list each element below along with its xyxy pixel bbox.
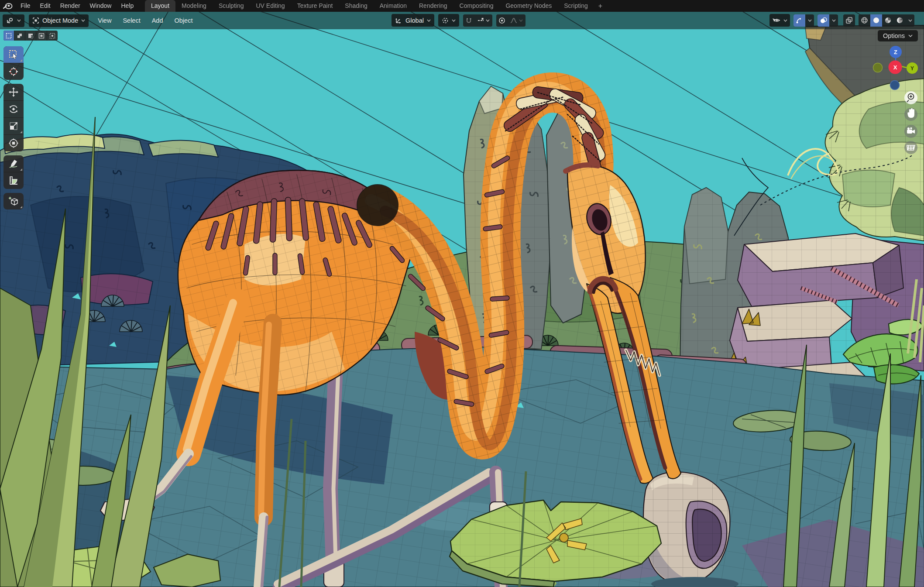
show-overlays-toggle[interactable] — [818, 14, 829, 27]
overlays-dropdown[interactable] — [829, 14, 838, 27]
axis-neg-z-ball[interactable] — [890, 81, 900, 90]
menu-object[interactable]: Object — [169, 12, 199, 29]
gizmo-icon — [796, 17, 803, 24]
tool-cursor[interactable] — [3, 63, 24, 80]
proportional-edit-toggle[interactable] — [496, 14, 508, 27]
shading-rendered-button[interactable] — [894, 14, 906, 27]
editor-type-button[interactable] — [3, 14, 24, 27]
rotate-icon — [8, 104, 19, 114]
xray-toggle[interactable] — [843, 14, 855, 27]
select-mode-intersect[interactable] — [47, 31, 58, 41]
axis-x-ball[interactable]: X — [889, 61, 902, 74]
pivot-point-select[interactable] — [438, 14, 459, 27]
svg-text:X: X — [893, 64, 897, 71]
shading-material-button[interactable] — [882, 14, 894, 27]
mode-label: Object Mode — [42, 17, 78, 24]
menu-help[interactable]: Help — [116, 0, 138, 12]
gizmo-dropdown[interactable] — [805, 14, 814, 27]
rendered-sphere-icon — [896, 17, 903, 24]
topbar: File Edit Render Window Help Layout Mode… — [0, 0, 924, 12]
tab-layout[interactable]: Layout — [145, 0, 175, 12]
options-button[interactable]: Options — [878, 30, 918, 41]
mode-select[interactable]: Object Mode — [29, 14, 89, 27]
menu-window[interactable]: Window — [85, 0, 117, 12]
tab-geometry-nodes[interactable]: Geometry Nodes — [499, 0, 558, 12]
select-mode-subtract[interactable] — [25, 31, 36, 41]
menu-edit[interactable]: Edit — [35, 0, 55, 12]
menu-render[interactable]: Render — [55, 0, 85, 12]
tab-rendering[interactable]: Rendering — [413, 0, 453, 12]
magnet-icon — [465, 17, 472, 24]
tab-uv-editing[interactable]: UV Editing — [250, 0, 291, 12]
proportional-edit-group — [496, 14, 526, 27]
blender-window: File Edit Render Window Help Layout Mode… — [0, 0, 924, 587]
tab-compositing[interactable]: Compositing — [453, 0, 500, 12]
visibility-eye-icon — [772, 17, 780, 24]
chevron-down-icon — [486, 19, 490, 22]
falloff-select[interactable] — [508, 14, 526, 27]
snap-target-select[interactable] — [475, 14, 492, 27]
chevron-down-icon — [908, 19, 912, 22]
orientation-label: Global — [405, 17, 424, 24]
zoom-button[interactable] — [904, 91, 917, 104]
chevron-down-icon — [908, 34, 913, 37]
measure-icon — [8, 175, 19, 186]
tool-move[interactable] — [3, 84, 24, 101]
tab-sculpting[interactable]: Sculpting — [213, 0, 250, 12]
gizmo-group — [793, 14, 814, 27]
camera-view-button[interactable] — [904, 125, 917, 138]
shading-solid-button[interactable] — [870, 14, 882, 27]
snap-target-icon — [477, 17, 484, 24]
axis-gizmo[interactable]: Z Y X — [873, 46, 918, 90]
menu-select[interactable]: Select — [117, 12, 146, 29]
menu-view[interactable]: View — [92, 12, 117, 29]
svg-text:Z: Z — [894, 49, 897, 55]
snap-toggle[interactable] — [463, 14, 475, 27]
viewport-canvas[interactable] — [0, 0, 924, 587]
chevron-down-icon — [783, 19, 787, 22]
select-box-icon — [8, 49, 19, 60]
menu-add[interactable]: Add — [146, 12, 169, 29]
tool-scale[interactable] — [3, 118, 24, 135]
3d-cursor-icon — [8, 66, 19, 77]
select-mode-extend[interactable] — [14, 31, 25, 41]
overlays-icon — [820, 17, 828, 24]
tab-animation[interactable]: Animation — [374, 0, 413, 12]
tool-shelf — [3, 46, 24, 209]
tool-annotate[interactable] — [3, 155, 24, 172]
transform-orientation-select[interactable]: Global — [392, 14, 434, 27]
menu-file[interactable]: File — [16, 0, 35, 12]
shading-dropdown[interactable] — [906, 14, 914, 27]
axis-y-ball[interactable]: Y — [907, 62, 918, 74]
tool-rotate[interactable] — [3, 101, 24, 118]
orientation-axes-icon — [395, 17, 402, 24]
xray-icon — [845, 17, 853, 24]
tab-shading[interactable]: Shading — [339, 0, 373, 12]
tool-add-cube[interactable] — [3, 193, 24, 209]
tab-texture-paint[interactable]: Texture Paint — [291, 0, 339, 12]
tool-measure[interactable] — [3, 172, 24, 189]
viewport-header: Object Mode View Select Add Object Globa… — [0, 12, 924, 29]
chevron-down-icon — [81, 19, 85, 22]
select-mode-set[interactable] — [3, 31, 14, 41]
tool-transform[interactable] — [3, 135, 24, 151]
tool-select-box[interactable] — [3, 46, 24, 63]
overlays-group — [818, 14, 838, 27]
chevron-down-icon — [17, 19, 21, 22]
tab-modeling[interactable]: Modeling — [175, 0, 213, 12]
select-mode-invert[interactable] — [36, 31, 47, 41]
pan-button[interactable] — [904, 108, 917, 121]
add-workspace-button[interactable]: + — [594, 0, 607, 12]
shading-wireframe-button[interactable] — [859, 14, 870, 27]
chevron-down-icon — [808, 19, 812, 22]
orthographic-toggle-button[interactable] — [904, 141, 917, 154]
visibility-dropdown[interactable] — [769, 14, 790, 27]
tab-scripting[interactable]: Scripting — [558, 0, 594, 12]
falloff-curve-icon — [510, 17, 517, 24]
show-gizmo-toggle[interactable] — [793, 14, 805, 27]
select-mode-row — [3, 31, 58, 41]
axis-z-ball[interactable]: Z — [890, 46, 902, 58]
workspace-tabs: Layout Modeling Sculpting UV Editing Tex… — [145, 0, 607, 12]
axis-neg-y-ball[interactable] — [873, 63, 883, 72]
chevron-down-icon — [832, 19, 836, 22]
